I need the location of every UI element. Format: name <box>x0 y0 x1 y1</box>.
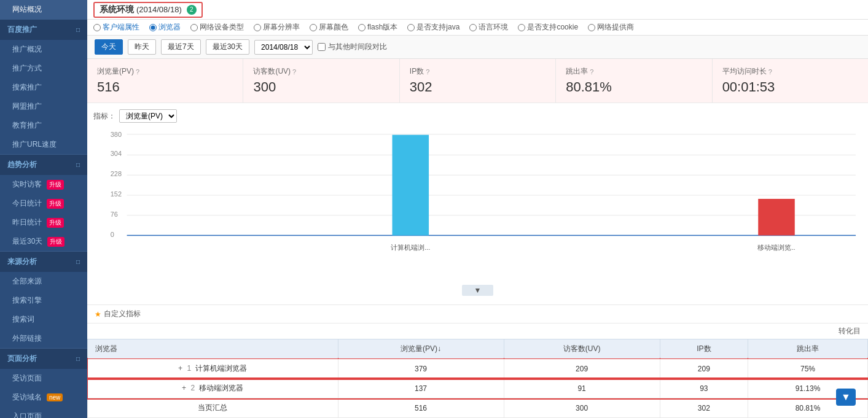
svg-text:228: 228 <box>111 170 122 177</box>
stat-pv-value: 516 <box>97 79 233 95</box>
bar-desktop[interactable] <box>393 135 429 236</box>
info-icon-uv[interactable]: ? <box>292 68 296 75</box>
sidebar-item-promo-overview[interactable]: 推广概况 <box>0 40 87 59</box>
subnav-item-browser[interactable]: 浏览器 <box>149 22 181 33</box>
svg-text:0: 0 <box>111 231 114 238</box>
sidebar-item-edu-promo[interactable]: 教育推广 <box>0 116 87 135</box>
sidebar-item-label: 最近30天 <box>12 236 42 247</box>
subnav-item-support-cookie[interactable]: 是否支持cookie <box>518 22 578 33</box>
sidebar-item-label: 搜索推广 <box>12 82 42 93</box>
td-uv-2: 91 <box>504 379 660 398</box>
collapse-icon: □ <box>76 355 80 362</box>
subnav-item-language[interactable]: 语言环境 <box>469 22 508 33</box>
sidebar-item-realtime-visitor[interactable]: 实时访客 升级 <box>0 175 87 194</box>
sidebar-item-alliance-promo[interactable]: 网盟推广 <box>0 97 87 116</box>
info-icon-ip[interactable]: ? <box>426 68 429 75</box>
sidebar-item-label: 实时访客 <box>12 179 42 190</box>
table-row-total: 当页汇总 516 300 302 80.81% <box>88 398 868 418</box>
subnav-item-network-device-type[interactable]: 网络设备类型 <box>190 22 244 33</box>
td-browser-total: 当页汇总 <box>88 398 338 418</box>
compare-checkbox-label[interactable]: 与其他时间段对比 <box>318 42 387 52</box>
btn-yesterday[interactable]: 昨天 <box>128 39 156 55</box>
th-uv[interactable]: 访客数(UV) <box>504 339 660 359</box>
subnav-label: 语言环境 <box>479 22 508 33</box>
subnav-label: 网络设备类型 <box>200 22 244 33</box>
sidebar-item-label: 今日统计 <box>12 198 42 209</box>
sidebar-item-promo-method[interactable]: 推广方式 <box>0 59 87 78</box>
subnav-item-support-java[interactable]: 是否支持java <box>407 22 459 33</box>
float-btn-icon: ▼ <box>841 392 851 403</box>
sidebar-item-search-engine[interactable]: 搜索引擎 <box>0 291 87 310</box>
sidebar-item-search-keywords[interactable]: 搜索词 <box>0 310 87 329</box>
sidebar-item-label: 搜索词 <box>12 314 34 325</box>
subnav-item-network-provider[interactable]: 网络提供商 <box>588 22 634 33</box>
th-ip[interactable]: IP数 <box>660 339 748 359</box>
btn-last7days[interactable]: 最近7天 <box>161 39 201 55</box>
topbar-badge: 2 <box>187 5 197 15</box>
stat-bounce-value: 80.81% <box>566 79 702 95</box>
info-icon-bounce[interactable]: ? <box>590 68 593 75</box>
btn-last30days[interactable]: 最近30天 <box>206 39 249 55</box>
sidebar-item-website-overview[interactable]: 网站概况 <box>0 0 87 19</box>
section-label: 来源分析 <box>7 257 37 267</box>
subnav-radio-network-device-type[interactable] <box>190 24 198 31</box>
sidebar-section-trend-analysis[interactable]: 趋势分析 □ <box>0 154 87 175</box>
sidebar-section-page-analysis[interactable]: 页面分析 □ <box>0 348 87 369</box>
subnav-radio-network-provider[interactable] <box>588 24 595 31</box>
chart-svg: 380 304 228 152 76 0 计算机端浏... <box>93 128 862 263</box>
expand-btn-1[interactable]: + <box>178 364 182 373</box>
indicator-select[interactable]: 浏览量(PV) <box>119 109 177 123</box>
sidebar-item-external-links[interactable]: 外部链接 <box>0 329 87 348</box>
compare-checkbox[interactable] <box>318 43 326 51</box>
filterbar: 今天 昨天 最近7天 最近30天 2014/08/18 与其他时间段对比 <box>87 36 868 59</box>
info-icon-avg-time[interactable]: ? <box>768 68 772 75</box>
stat-ip-value: 302 <box>410 79 545 95</box>
subnav-label: 屏幕分辨率 <box>263 22 300 33</box>
subnav-item-flash-version[interactable]: flash版本 <box>358 22 397 33</box>
sidebar-item-label: 网站概况 <box>12 4 42 15</box>
float-download-btn[interactable]: ▼ <box>836 389 856 406</box>
subnav-radio-screen-resolution[interactable] <box>254 24 261 31</box>
subnav-label: flash版本 <box>367 22 397 33</box>
subnav-radio-flash-version[interactable] <box>358 24 366 31</box>
indicator-label: 指标： <box>93 111 115 122</box>
subnav-radio-screen-color[interactable] <box>310 24 317 31</box>
scroll-down-btn[interactable]: ▼ <box>462 285 494 296</box>
subnav-label: 客户端属性 <box>103 22 139 33</box>
subnav-item-client-attr[interactable]: 客户端属性 <box>93 22 139 33</box>
sidebar-section-source-analysis[interactable]: 来源分析 □ <box>0 251 87 272</box>
subnav-radio-language[interactable] <box>469 24 477 31</box>
sidebar-item-search-promo[interactable]: 搜索推广 <box>0 78 87 97</box>
td-pv-total: 516 <box>338 398 504 418</box>
collapse-icon: □ <box>76 258 80 265</box>
subnav-radio-support-java[interactable] <box>407 24 415 31</box>
sidebar-item-last30days[interactable]: 最近30天 升级 <box>0 232 87 251</box>
th-bounce[interactable]: 跳出率 <box>748 339 868 359</box>
sidebar-item-label: 入口页面 <box>12 411 42 418</box>
bar-mobile[interactable] <box>758 199 795 236</box>
subnav-item-screen-resolution[interactable]: 屏幕分辨率 <box>254 22 300 33</box>
th-pv[interactable]: 浏览量(PV)↓ <box>338 339 504 359</box>
subnav-item-screen-color[interactable]: 屏幕颜色 <box>310 22 348 33</box>
data-table-wrap: 浏览器 浏览量(PV)↓ 访客数(UV) IP数 跳出率 <box>87 339 868 418</box>
date-picker[interactable]: 2014/08/18 <box>254 40 313 55</box>
stat-ip: IP数 ? 302 <box>400 59 556 103</box>
sidebar-item-entry-pages[interactable]: 入口页面 <box>0 407 87 418</box>
new-badge: new <box>47 393 63 401</box>
expand-btn-2[interactable]: + <box>182 384 186 392</box>
sidebar-item-all-sources[interactable]: 全部来源 <box>0 272 87 291</box>
sidebar-section-baidu-promotion[interactable]: 百度推广 □ <box>0 19 87 40</box>
sidebar-item-promo-url-speed[interactable]: 推广URL速度 <box>0 135 87 154</box>
sidebar-item-yesterday-stats[interactable]: 昨日统计 升级 <box>0 213 87 232</box>
sidebar-item-visited-pages[interactable]: 受访页面 <box>0 369 87 388</box>
btn-today[interactable]: 今天 <box>95 39 123 55</box>
custom-metrics-label: 自定义指标 <box>104 309 141 319</box>
subnav-radio-client-attr[interactable] <box>93 24 101 31</box>
subnav-radio-browser[interactable] <box>149 24 157 31</box>
stat-uv-label: 访客数(UV) ? <box>253 66 389 77</box>
sidebar-item-today-stats[interactable]: 今日统计 升级 <box>0 194 87 213</box>
info-icon-pv[interactable]: ? <box>136 68 139 75</box>
th-browser[interactable]: 浏览器 <box>88 339 338 359</box>
sidebar-item-visited-domains[interactable]: 受访域名 new <box>0 388 87 407</box>
subnav-radio-support-cookie[interactable] <box>518 24 525 31</box>
